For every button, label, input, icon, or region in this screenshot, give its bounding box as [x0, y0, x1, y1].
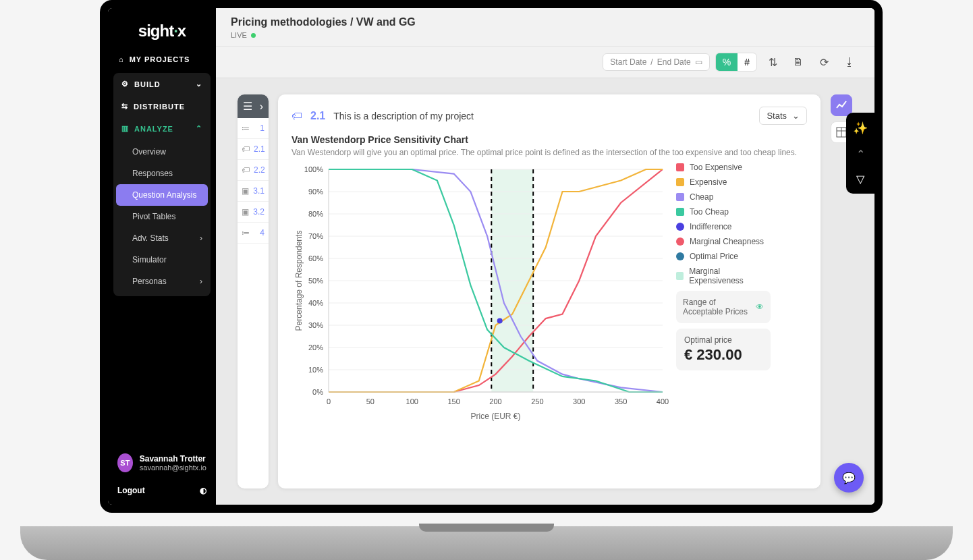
sidebar-item-simulator[interactable]: Simulator — [113, 249, 211, 271]
chat-icon: 💬 — [842, 472, 856, 484]
chevron-down-icon: ⌄ — [196, 80, 202, 88]
optimal-price-value: € 230.00 — [684, 346, 762, 364]
toggle-icon: ◐ — [200, 486, 206, 495]
swatch — [676, 237, 684, 246]
swatch — [676, 193, 684, 201]
avatar: ST — [117, 453, 133, 472]
user-name: Savannah Trotter — [140, 454, 206, 464]
svg-text:0: 0 — [327, 397, 331, 405]
svg-text:50%: 50% — [308, 277, 323, 285]
tag-icon: 🏷 — [291, 110, 302, 122]
svg-text:40%: 40% — [308, 299, 323, 307]
table-icon — [836, 127, 847, 138]
svg-text:80%: 80% — [308, 210, 323, 218]
swatch — [676, 208, 684, 216]
nav-my-projects[interactable]: ⌂ MY PROJECTS — [108, 49, 216, 70]
analysis-card: 🏷 2.1 This is a description of my projec… — [278, 94, 821, 488]
sidebar-item-responses[interactable]: Responses — [113, 163, 211, 184]
status-badge: LIVE — [231, 31, 247, 39]
price-sensitivity-chart: 0%10%20%30%40%50%60%70%80%90%100%0501001… — [291, 163, 669, 426]
swatch — [676, 272, 684, 280]
svg-text:20%: 20% — [308, 343, 323, 352]
logout-link[interactable]: Logout ◐ — [108, 479, 216, 505]
nav-analyze[interactable]: ▥ANALYZE ⌃ — [113, 117, 211, 140]
filter-icon[interactable]: ▽ — [856, 173, 864, 186]
stats-dropdown[interactable]: Stats ⌄ — [759, 107, 807, 125]
list-icon: ≔ — [242, 123, 250, 133]
svg-text:Price (EUR €): Price (EUR €) — [470, 412, 520, 421]
sort-button[interactable]: ⇅ — [762, 52, 783, 72]
main: Pricing methodologies / VW and GG LIVE S… — [216, 8, 874, 505]
sidebar-item-question-analysis[interactable]: Question Analysis — [116, 184, 208, 206]
date-range-picker[interactable]: Start Date/End Date ▭ — [603, 53, 709, 71]
question-nav-item[interactable]: ▣3.2 — [238, 202, 269, 223]
breadcrumb: Pricing methodologies / VW and GG — [231, 16, 860, 28]
nav-build[interactable]: ⚙BUILD ⌄ — [113, 73, 211, 95]
question-nav-header[interactable]: ☰ › — [238, 94, 269, 118]
tag-icon: 🏷 — [242, 165, 250, 175]
chart-subtitle: Van Westendorp will give you an optimal … — [291, 148, 807, 157]
chart-title: Van Westendorp Price Sensitivity Chart — [291, 134, 807, 145]
save-button[interactable]: 🗎 — [788, 52, 808, 72]
chevron-down-icon: ⌄ — [792, 111, 800, 121]
question-nav-item[interactable]: 🏷2.2 — [238, 160, 269, 181]
svg-point-34 — [497, 318, 503, 323]
optimal-price-box: Optimal price € 230.00 — [676, 329, 771, 370]
question-nav-item[interactable]: ▣3.1 — [238, 181, 269, 202]
svg-text:100%: 100% — [304, 165, 323, 173]
svg-text:250: 250 — [531, 397, 543, 405]
nav-distribute[interactable]: ⇆DISTRIBUTE — [113, 95, 211, 117]
svg-text:300: 300 — [573, 397, 585, 405]
sidebar-item-pivot-tables[interactable]: Pivot Tables — [113, 206, 211, 227]
swatch — [676, 252, 684, 260]
range-box[interactable]: Range of Acceptable Prices 👁 — [676, 291, 771, 323]
chevron-up-icon[interactable]: ⌃ — [856, 148, 865, 161]
user-email: savannah@sightx.io — [140, 464, 206, 472]
tag-icon: 🏷 — [242, 144, 250, 154]
sidebar-item-overview[interactable]: Overview — [113, 141, 211, 163]
list-icon: ☰ — [243, 100, 252, 113]
sidebar: sight·x ⌂ MY PROJECTS ⚙BUILD ⌄ ⇆DISTRIBU… — [108, 8, 216, 505]
eye-icon: 👁 — [756, 302, 764, 312]
image-icon: ▣ — [242, 186, 249, 196]
svg-text:150: 150 — [447, 397, 460, 405]
magic-wand-icon[interactable]: ✨ — [853, 121, 868, 136]
chart-view-button[interactable] — [831, 94, 852, 116]
svg-text:100: 100 — [406, 397, 418, 405]
analyze-icon: ▥ — [121, 124, 129, 133]
svg-text:30%: 30% — [308, 321, 323, 329]
live-dot-icon — [251, 33, 256, 38]
chat-fab[interactable]: 💬 — [834, 463, 864, 493]
percent-toggle[interactable]: % — [716, 53, 738, 71]
question-description: This is a description of my project — [333, 111, 474, 121]
svg-text:0%: 0% — [312, 388, 323, 396]
question-nav-item[interactable]: ≔4 — [238, 223, 269, 244]
swatch — [676, 178, 684, 186]
svg-text:60%: 60% — [308, 254, 323, 262]
svg-text:90%: 90% — [308, 188, 323, 196]
chart-legend: Too Expensive Expensive Cheap Too Cheap … — [676, 163, 771, 426]
user-block[interactable]: ST Savannah Trotter savannah@sightx.io — [108, 447, 216, 479]
svg-text:Percentage of Respondents: Percentage of Respondents — [294, 231, 304, 331]
list-icon: ≔ — [242, 228, 250, 237]
chevron-right-icon: › — [260, 101, 263, 113]
svg-text:400: 400 — [657, 397, 669, 405]
question-nav-item[interactable]: 🏷2.1 — [238, 139, 269, 160]
count-toggle[interactable]: # — [738, 53, 756, 71]
right-rail: ✨ ⌃ ▽ — [846, 113, 874, 194]
swatch — [676, 223, 684, 231]
download-button[interactable]: ⭳ — [839, 52, 860, 72]
calendar-icon: ▭ — [695, 57, 702, 67]
build-icon: ⚙ — [121, 80, 129, 88]
sidebar-item-adv-stats[interactable]: Adv. Stats› — [113, 227, 211, 249]
question-nav: ☰ › ≔1 🏷2.1 🏷2.2 ▣3.1 ▣3.2 ≔4 — [238, 94, 269, 488]
svg-text:10%: 10% — [308, 366, 323, 374]
brand-logo: sight·x — [108, 8, 216, 49]
question-nav-item[interactable]: ≔1 — [238, 118, 269, 139]
line-chart-icon — [836, 100, 847, 111]
refresh-button[interactable]: ⟳ — [814, 52, 834, 72]
sidebar-item-personas[interactable]: Personas› — [113, 271, 211, 292]
chevron-right-icon: › — [200, 233, 202, 243]
swatch — [676, 163, 684, 171]
svg-text:70%: 70% — [308, 232, 323, 240]
